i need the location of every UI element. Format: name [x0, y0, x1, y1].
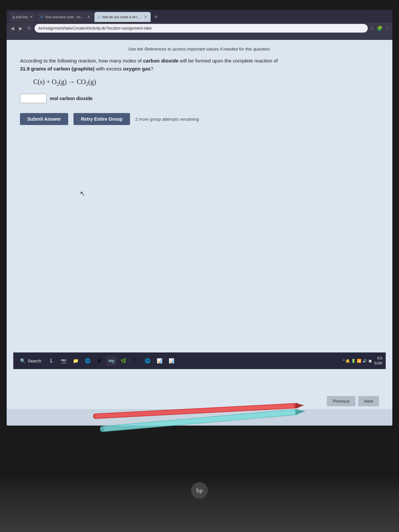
menu-icon[interactable]: ⋮ — [385, 26, 390, 31]
submit-answer-button[interactable]: Submit Answer — [20, 113, 68, 125]
taskbar-ppt-icon[interactable]: 📊 — [166, 356, 176, 366]
tab-label-1: g and lea — [13, 15, 28, 19]
address-text: keAssignment/takeCovalentActivity.do?loc… — [39, 26, 152, 31]
answer-input[interactable] — [20, 94, 47, 103]
taskbar-chrome-icon[interactable]: 🌐 — [142, 356, 152, 366]
amount-text: 31.9 grams of — [20, 66, 52, 71]
hp-logo: hp — [191, 482, 208, 499]
retry-entire-group-button[interactable]: Retry Entire Group — [73, 113, 130, 125]
bold-oxygen: oxygen gas — [123, 66, 151, 71]
reload-button[interactable]: ↻ — [26, 25, 33, 32]
tab-label-3: how do you cover a ml to liter - — [102, 15, 142, 19]
answer-unit-label: mol carbon dioxide — [50, 96, 92, 101]
laptop-bottom-chassis: hp — [0, 475, 399, 532]
taskbar-folder-icon[interactable]: 📁 — [70, 356, 80, 366]
cursor-arrow: ↖ — [80, 190, 85, 198]
taskbar-app1-icon[interactable]: my — [106, 356, 116, 366]
taskbar-edge-icon[interactable]: 🌐 — [82, 356, 92, 366]
question-end: with excess — [96, 66, 122, 71]
taskbar-camera-icon[interactable]: 📷 — [59, 356, 68, 366]
time-display: 6:5 5/18/ — [374, 356, 382, 366]
next-button[interactable]: Next — [358, 396, 379, 406]
taskbar-explorer-icon[interactable]: L — [47, 356, 57, 366]
tab-google[interactable]: G how do you cover a ml to liter - ✕ — [94, 12, 151, 22]
taskbar-system: ^ 🔔 🔋 📶 🔊 ▣ 6:5 5/18/ — [343, 356, 382, 366]
bold-carbon-dioxide: carbon dioxide — [143, 58, 179, 64]
bold-graphite: carbon (graphite) — [54, 66, 94, 71]
answer-row: mol carbon dioxide — [20, 94, 379, 103]
laptop-frame: g and lea ✕ M Your one-time code - escob… — [0, 0, 399, 532]
new-tab-button[interactable]: + — [151, 14, 160, 21]
taskbar: 🔍 Search L 📷 📁 🌐 ⊞ my 🌿 🛡 🌐 📊 📊 ^ 🔔 🔋 📶 … — [13, 352, 386, 369]
browser-chrome: g and lea ✕ M Your one-time code - escob… — [7, 10, 392, 40]
tab-close-3[interactable]: ✕ — [144, 15, 147, 19]
back-button[interactable]: ◀ — [9, 25, 16, 32]
tab-bar: g and lea ✕ M Your one-time code - escob… — [7, 10, 392, 23]
taskbar-search[interactable]: 🔍 Search — [17, 357, 45, 365]
browser-icons: ☆ 🧩 ⋮ — [370, 26, 390, 31]
taskbar-app3-icon[interactable]: 🛡 — [130, 356, 140, 366]
extension-icon[interactable]: 🧩 — [377, 26, 382, 31]
search-label: Search — [28, 358, 41, 363]
tab-close-2[interactable]: ✕ — [87, 15, 90, 19]
question-mid: will be formed upon the complete reactio… — [180, 58, 278, 64]
attempts-remaining: 2 more group attempts remaining — [135, 117, 199, 122]
tab-label-2: Your one-time code - escobedoa — [45, 15, 85, 19]
question-end2: ? — [151, 66, 153, 71]
taskbar-app2-icon[interactable]: 🌿 — [118, 356, 128, 366]
bookmark-icon[interactable]: ☆ — [370, 26, 374, 31]
navigation-buttons: Previous Next — [327, 396, 379, 406]
screen-area: g and lea ✕ M Your one-time code - escob… — [7, 10, 392, 426]
tab-email[interactable]: M Your one-time code - escobedoa ✕ — [37, 12, 93, 22]
system-tray-icons: ^ 🔔 🔋 📶 🔊 ▣ — [343, 359, 371, 363]
tab-close-1[interactable]: ✕ — [30, 15, 33, 19]
taskbar-windows-icon[interactable]: ⊞ — [94, 356, 104, 366]
address-bar-row: ◀ ▶ ↻ keAssignment/takeCovalentActivity.… — [7, 23, 392, 34]
address-bar[interactable]: keAssignment/takeCovalentActivity.do?loc… — [35, 24, 368, 33]
chemical-equation: C(s) + O2(g) → CO2(g) — [33, 78, 379, 87]
clock: 6:5 — [374, 356, 382, 361]
search-icon: 🔍 — [20, 358, 26, 363]
taskbar-app4-icon[interactable]: 📊 — [154, 356, 164, 366]
reference-notice: Use the References to access important v… — [20, 47, 379, 52]
previous-button[interactable]: Previous — [327, 396, 356, 406]
date-display: 5/18/ — [374, 361, 382, 366]
question-text: According to the following reaction, how… — [20, 57, 379, 73]
question-intro: According to the following reaction, how… — [20, 58, 142, 64]
button-row: Submit Answer Retry Entire Group 2 more … — [20, 113, 379, 125]
tab-learning[interactable]: g and lea ✕ — [9, 12, 36, 22]
forward-button[interactable]: ▶ — [18, 25, 24, 32]
